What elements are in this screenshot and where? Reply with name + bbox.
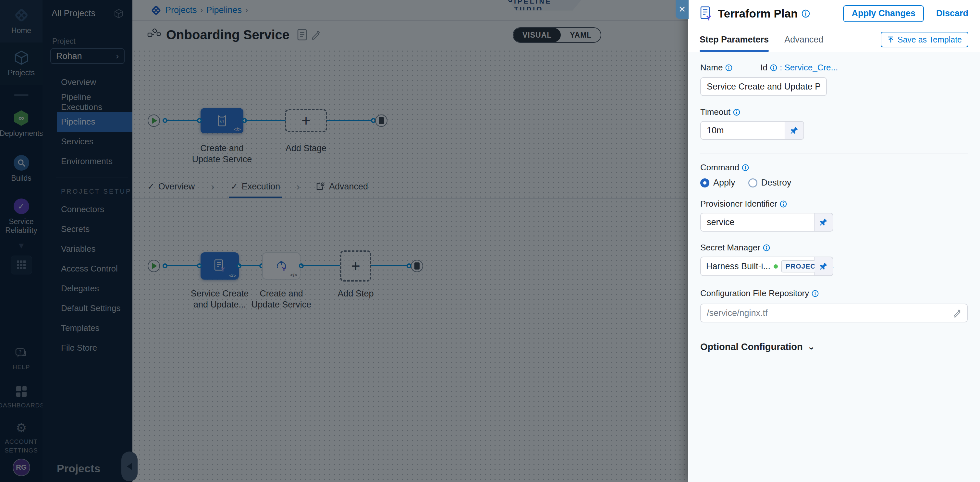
edit-pencil-icon[interactable] (952, 308, 962, 318)
config-file-repository-input[interactable] (700, 304, 968, 322)
runtime-input-pin-button[interactable] (815, 257, 833, 276)
command-label: Command (700, 163, 968, 173)
step-parameters-form: Name Id : Service_Cre... Timeout (688, 52, 980, 482)
drawer-close-button[interactable]: ✕ (676, 0, 689, 19)
info-icon[interactable] (802, 10, 810, 18)
timeout-input[interactable] (700, 121, 785, 140)
radio-apply[interactable]: Apply (700, 178, 735, 188)
runtime-input-pin-button[interactable] (785, 121, 804, 140)
secret-manager-group: Harness Built-i... PROJECT ⌄ (700, 257, 968, 276)
optional-configuration-toggle[interactable]: Optional Configuration ⌄ (700, 341, 968, 352)
terraform-plan-icon (700, 6, 713, 21)
tab-step-parameters[interactable]: Step Parameters (700, 27, 769, 52)
optional-configuration-label: Optional Configuration (700, 342, 803, 352)
radio-selected-icon (700, 178, 710, 187)
runtime-input-pin-button[interactable] (815, 213, 833, 231)
config-file-repository-field (700, 304, 968, 322)
status-dot-icon (774, 264, 778, 269)
modal-backdrop[interactable] (0, 0, 688, 482)
info-icon[interactable] (811, 290, 819, 297)
info-icon[interactable] (763, 244, 770, 251)
drawer-title: Terraform Plan (718, 7, 798, 20)
drawer-header: Terraform Plan Apply Changes Discard (688, 0, 980, 27)
timeout-label: Timeout (700, 107, 968, 117)
provisioner-input-group (700, 213, 968, 231)
info-icon[interactable] (733, 109, 740, 116)
save-as-template-label: Save as Template (897, 35, 962, 44)
discard-button[interactable]: Discard (936, 8, 968, 19)
command-radio-group: Apply Destroy (700, 178, 968, 188)
secret-manager-select[interactable]: Harness Built-i... PROJECT ⌄ (700, 257, 815, 276)
secret-manager-value: Harness Built-i... (706, 262, 770, 271)
close-icon: ✕ (679, 4, 686, 14)
form-divider (700, 153, 968, 154)
pin-icon (819, 262, 828, 271)
save-as-template-button[interactable]: Save as Template (881, 32, 968, 48)
config-file-repository-label: Configuration File Repository (700, 289, 968, 298)
harness-app: Home Projects ∞ Deployments Builds ✓ Ser… (0, 0, 980, 482)
secret-manager-label: Secret Manager (700, 243, 968, 253)
apply-changes-button[interactable]: Apply Changes (843, 5, 924, 22)
name-input[interactable] (700, 77, 827, 96)
info-icon[interactable] (780, 200, 787, 208)
info-icon[interactable] (770, 64, 777, 71)
step-config-drawer: Terraform Plan Apply Changes Discard Ste… (688, 0, 980, 482)
info-icon[interactable] (742, 164, 749, 171)
radio-label: Apply (713, 178, 735, 188)
name-label: Name (700, 63, 732, 73)
chevron-down-icon: ⌄ (807, 342, 815, 351)
id-value[interactable]: : Service_Cre... (780, 63, 838, 73)
upload-icon (887, 36, 894, 43)
timeout-input-group (700, 121, 968, 140)
pin-icon (790, 126, 799, 135)
provisioner-identifier-input[interactable] (700, 213, 815, 231)
id-label: Id (760, 63, 767, 73)
tab-advanced[interactable]: Advanced (784, 27, 823, 52)
radio-destroy[interactable]: Destroy (748, 178, 791, 188)
info-icon[interactable] (725, 64, 732, 71)
pin-icon (819, 218, 828, 227)
step-id: Id : Service_Cre... (760, 63, 838, 73)
drawer-tab-bar: Step Parameters Advanced Save as Templat… (688, 27, 980, 52)
radio-label: Destroy (761, 178, 791, 188)
radio-unselected-icon (748, 178, 757, 187)
provisioner-identifier-label: Provisioner Identifier (700, 199, 968, 209)
